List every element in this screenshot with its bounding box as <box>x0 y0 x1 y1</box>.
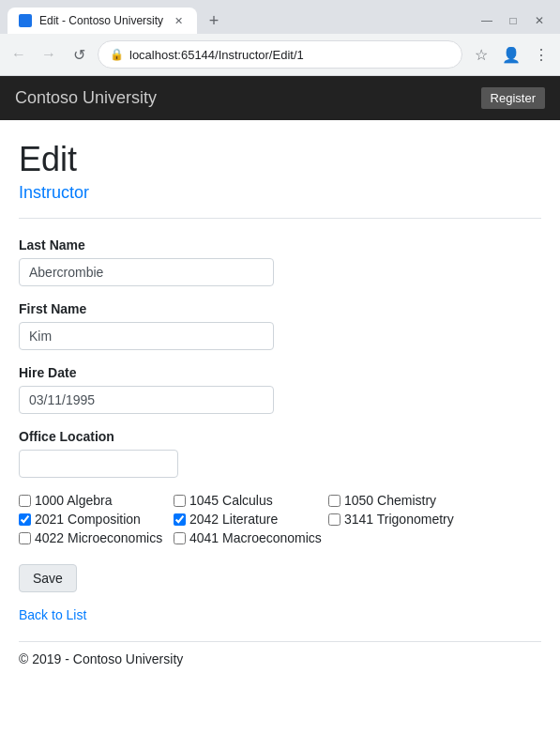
menu-button[interactable]: ⋮ <box>530 43 552 66</box>
course-item-1045: 1045 Calculus <box>174 493 328 508</box>
address-bar[interactable]: 🔒 localhost:65144/Instructor/Edit/1 <box>98 40 462 69</box>
course-checkbox-2021[interactable] <box>19 513 31 526</box>
first-name-input[interactable] <box>19 322 274 350</box>
course-item-empty <box>328 530 483 545</box>
window-controls: — □ ✕ <box>474 15 552 26</box>
course-checkbox-1000[interactable] <box>19 495 31 507</box>
course-item-4022: 4022 Microeconomics <box>19 530 174 545</box>
last-name-label: Last Name <box>19 237 541 253</box>
app-header-title: Contoso University <box>15 88 157 108</box>
url-text: localhost:65144/Instructor/Edit/1 <box>129 48 450 62</box>
hire-date-label: Hire Date <box>19 365 541 380</box>
hire-date-input[interactable] <box>19 386 274 414</box>
page-heading: Edit <box>19 139 541 179</box>
course-item-1000: 1000 Algebra <box>19 493 174 508</box>
course-checkbox-1050[interactable] <box>328 495 341 507</box>
lock-icon: 🔒 <box>110 48 124 61</box>
office-location-input[interactable] <box>19 450 178 478</box>
maximize-button[interactable]: □ <box>507 15 519 26</box>
page-subheading: Instructor <box>19 183 541 203</box>
tab-bar: Edit - Contoso University ✕ + — □ ✕ <box>0 0 560 34</box>
active-tab[interactable]: Edit - Contoso University ✕ <box>8 8 197 34</box>
first-name-label: First Name <box>19 301 541 316</box>
address-bar-row: ← → ↺ 🔒 localhost:65144/Instructor/Edit/… <box>0 34 560 75</box>
last-name-group: Last Name <box>19 237 541 286</box>
office-location-group: Office Location <box>19 429 541 478</box>
browser-chrome: Edit - Contoso University ✕ + — □ ✕ ← → … <box>0 0 560 76</box>
course-checkbox-4041[interactable] <box>174 532 186 544</box>
course-checkbox-2042[interactable] <box>174 513 186 526</box>
course-label-1000: 1000 Algebra <box>35 493 113 508</box>
office-location-label: Office Location <box>19 429 541 444</box>
last-name-input[interactable] <box>19 258 274 286</box>
forward-button[interactable]: → <box>38 43 60 66</box>
tab-favicon <box>19 14 32 27</box>
footer-divider <box>19 641 541 642</box>
profile-button[interactable]: 👤 <box>500 43 522 66</box>
course-item-2042: 2042 Literature <box>174 512 328 527</box>
first-name-group: First Name <box>19 301 541 350</box>
tab-close-button[interactable]: ✕ <box>171 13 186 28</box>
course-label-1050: 1050 Chemistry <box>344 493 436 508</box>
back-to-list-link[interactable]: Back to List <box>19 607 541 622</box>
course-label-2021: 2021 Composition <box>35 512 141 527</box>
course-item-3141: 3141 Trigonometry <box>328 512 483 527</box>
bookmark-button[interactable]: ☆ <box>470 43 492 66</box>
course-item-2021: 2021 Composition <box>19 512 174 527</box>
course-label-4022: 4022 Microeconomics <box>35 530 162 545</box>
course-label-4041: 4041 Macroeconomics <box>189 530 322 545</box>
back-button[interactable]: ← <box>8 43 30 66</box>
new-tab-button[interactable]: + <box>201 8 227 34</box>
course-item-4041: 4041 Macroeconomics <box>174 530 328 545</box>
minimize-button[interactable]: — <box>481 15 492 26</box>
tab-title: Edit - Contoso University <box>39 14 163 27</box>
course-label-2042: 2042 Literature <box>189 512 278 527</box>
course-label-1045: 1045 Calculus <box>189 493 273 508</box>
register-button[interactable]: Register <box>481 87 545 109</box>
course-label-3141: 3141 Trigonometry <box>344 512 454 527</box>
course-checkbox-4022[interactable] <box>19 532 31 544</box>
reload-button[interactable]: ↺ <box>68 43 90 66</box>
save-button[interactable]: Save <box>19 564 77 592</box>
course-item-1050: 1050 Chemistry <box>328 493 483 508</box>
footer-copyright: © 2019 - Contoso University <box>19 651 541 681</box>
course-checkbox-1045[interactable] <box>174 495 186 507</box>
page-content: Edit Instructor Last Name First Name Hir… <box>0 120 560 700</box>
course-checkbox-3141[interactable] <box>328 513 341 526</box>
section-divider <box>19 218 541 219</box>
window-close-button[interactable]: ✕ <box>534 15 545 26</box>
hire-date-group: Hire Date <box>19 365 541 414</box>
app-header: Contoso University Register <box>0 76 560 120</box>
courses-grid: 1000 Algebra 1045 Calculus 1050 Chemistr… <box>19 493 541 545</box>
